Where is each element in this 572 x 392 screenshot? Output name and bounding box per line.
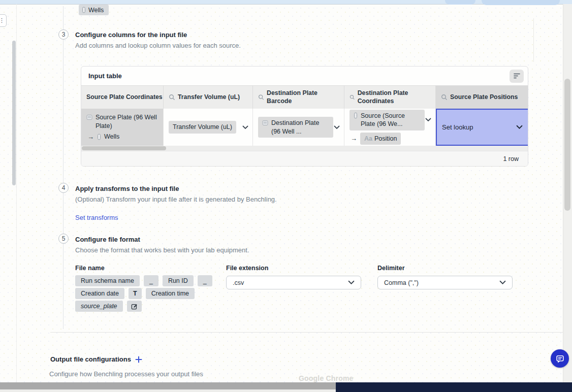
file-extension-label: File extension — [226, 265, 268, 272]
column-label: Source Plate Coordinates — [86, 93, 163, 101]
arrow-right-icon: → — [87, 134, 94, 140]
step-3-circle: 3 — [58, 29, 69, 40]
file-name-chip-source-plate[interactable]: source_plate — [75, 301, 123, 312]
step-5-number: 5 — [62, 235, 66, 242]
file-name-chip-creation-time[interactable]: Creation time — [146, 288, 195, 299]
input-table-card: Input table Source Plate Coordinates Tra… — [81, 66, 528, 167]
file-name-chip-run-id[interactable]: Run ID — [163, 275, 194, 286]
set-transforms-link[interactable]: Set transforms — [75, 214, 118, 221]
text-format-icon: Aa — [364, 135, 372, 142]
chevron-down-icon — [242, 125, 248, 129]
file-extension-select[interactable]: .csv — [226, 276, 361, 289]
step-4-number: 4 — [62, 184, 66, 191]
step-5-title: Configure file format — [75, 236, 140, 243]
chevron-down-icon — [334, 125, 340, 129]
file-name-chip-row-2: Creation date T Creation time — [75, 288, 195, 299]
set-lookup-value: Set lookup — [442, 123, 473, 131]
left-scrollbar-thumb[interactable] — [12, 41, 16, 185]
table-footer: 1 row — [81, 151, 528, 166]
grip-dots-icon: ⋮ — [0, 18, 5, 23]
file-name-label: File name — [75, 265, 105, 272]
column-header-destination-plate-barcode[interactable]: Destination Plate Barcode — [253, 86, 344, 109]
file-name-chip-run-schema-name[interactable]: Run schema name — [75, 275, 140, 286]
column-header-source-plate-coordinates[interactable]: Source Plate Coordinates — [81, 86, 164, 109]
help-chat-button[interactable] — [551, 349, 569, 368]
window-edge-divider — [533, 18, 534, 62]
file-name-chip-row-1: Run schema name _ Run ID _ — [75, 275, 212, 286]
search-icon — [169, 94, 175, 101]
table-row: Source Plate (96 Well Plate) → Wells Tra… — [81, 109, 528, 146]
cell-source-plate-coordinates[interactable]: Source Plate (96 Well Plate) → Wells — [81, 109, 164, 146]
edit-icon — [131, 303, 138, 310]
file-name-chip-t-separator[interactable]: T — [129, 288, 142, 299]
search-icon — [441, 94, 448, 101]
run-config-screen: ⋮ Wells 3 Configure columns for the inpu… — [0, 0, 572, 392]
file-name-chip-underscore[interactable]: _ — [198, 275, 212, 286]
column-label: Source Plate Positions — [450, 93, 518, 101]
search-icon — [349, 94, 355, 101]
delimiter-select[interactable]: Comma (",") — [377, 276, 513, 289]
toolbar-pill-large[interactable] — [482, 0, 560, 5]
table-horizontal-scrollbar-thumb[interactable] — [82, 146, 166, 150]
search-icon — [258, 94, 264, 101]
output-section-description: Configure how Benchling processes your o… — [49, 370, 203, 378]
destination-barcode-value: Destination Plate (96 Well ... — [271, 119, 329, 136]
taskbar-light-strip — [0, 389, 336, 392]
add-output-configuration-button[interactable] — [135, 356, 142, 363]
well-icon — [82, 7, 86, 13]
output-file-configurations-title: Output file configurations — [50, 355, 131, 363]
sort-button[interactable] — [510, 70, 524, 83]
column-header-destination-plate-coordinates[interactable]: Destination Plate Coordinates — [344, 86, 436, 109]
wells-chip-label: Wells — [88, 7, 104, 14]
chevron-down-icon — [425, 118, 431, 122]
wells-value: Wells — [104, 133, 119, 141]
google-chrome-watermark: Google Chrome — [299, 374, 354, 382]
table-horizontal-scrollbar[interactable] — [81, 146, 528, 151]
column-label: Destination Plate Coordinates — [358, 89, 430, 105]
well-icon — [97, 134, 101, 140]
well-icon — [354, 112, 358, 119]
toolbar-pill-small[interactable] — [445, 0, 475, 5]
panel-drag-handle[interactable]: ⋮ — [0, 14, 7, 27]
arrow-right-icon: → — [351, 135, 357, 142]
column-header-source-plate-positions[interactable]: Source Plate Positions — [436, 86, 528, 109]
chevron-down-icon — [348, 280, 355, 285]
cell-set-lookup[interactable]: Set lookup — [436, 109, 528, 146]
file-name-chip-underscore[interactable]: _ — [144, 275, 158, 286]
wells-chip[interactable]: Wells — [79, 5, 109, 15]
section-divider — [50, 332, 563, 333]
cell-transfer-volume-dropdown[interactable]: Transfer Volume (uL) — [164, 109, 253, 146]
column-label: Destination Plate Barcode — [267, 89, 339, 105]
step-3-description: Add columns and lookup column values for… — [75, 42, 241, 49]
step-4-title: Apply transforms to the input file — [75, 185, 179, 192]
step-4-description: (Optional) Transform your input file aft… — [75, 195, 277, 203]
destination-barcode-chip: Destination Plate (96 Well ... — [258, 117, 333, 138]
cell-destination-barcode-dropdown[interactable]: Destination Plate (96 Well ... — [253, 109, 344, 146]
file-name-chip-creation-date[interactable]: Creation date — [75, 288, 124, 299]
file-name-chip-row-3: source_plate — [75, 301, 142, 312]
column-label: Transfer Volume (uL) — [178, 93, 240, 101]
plate-icon — [262, 120, 268, 126]
destination-coords-value: Source (Source Plate (96 We... — [361, 112, 421, 128]
chevron-down-icon — [516, 125, 523, 129]
chevron-down-icon — [499, 280, 506, 285]
destination-coords-chip: Source (Source Plate (96 We... — [349, 110, 425, 130]
edit-file-name-button[interactable] — [127, 301, 142, 312]
step-5-description: Choose the format that works best with y… — [75, 246, 249, 254]
delimiter-value: Comma (",") — [384, 279, 419, 286]
input-table-title: Input table — [88, 72, 122, 80]
top-bar — [0, 0, 572, 5]
chat-bubble-icon — [555, 354, 565, 364]
column-header-transfer-volume[interactable]: Transfer Volume (uL) — [164, 86, 253, 109]
row-count: 1 row — [503, 155, 519, 162]
position-chip: AaPosition — [360, 133, 401, 145]
cell-destination-coordinates-dropdown[interactable]: Source (Source Plate (96 We... → AaPosit… — [344, 109, 436, 146]
stepper-connector-line — [63, 6, 63, 329]
transfer-volume-chip: Transfer Volume (uL) — [169, 121, 236, 133]
step-4-circle: 4 — [58, 183, 69, 193]
taskbar-navy-segment — [336, 382, 572, 392]
sort-icon — [514, 73, 520, 79]
page-scrollbar-thumb[interactable] — [564, 79, 570, 211]
delimiter-label: Delimiter — [377, 265, 405, 272]
step-3-number: 3 — [62, 31, 66, 38]
